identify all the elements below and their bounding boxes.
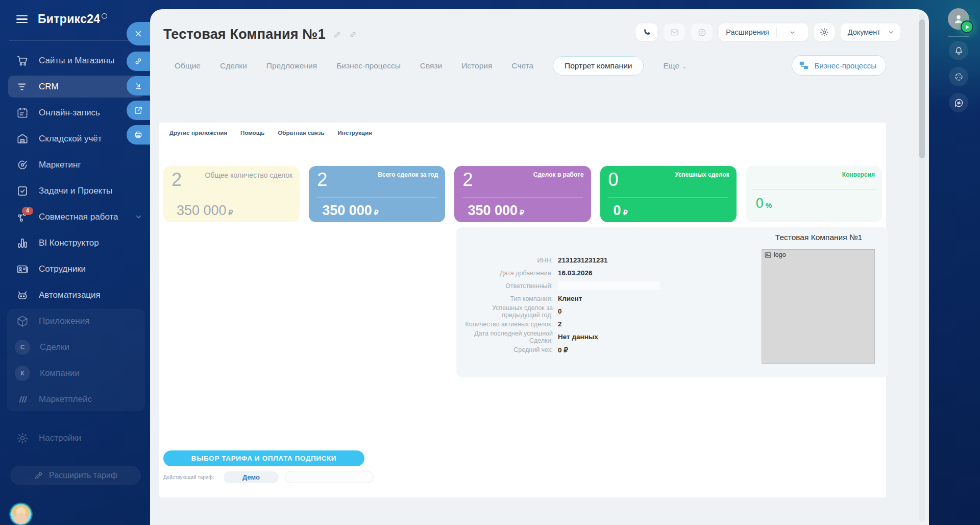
company-details-panel: Тестовая Компания №1 logo ИНН:2131231231… [456, 227, 888, 377]
hamburger-menu-icon[interactable] [16, 15, 28, 23]
chevron-down-icon [135, 213, 142, 220]
call-button[interactable] [636, 23, 657, 41]
copy-link-button[interactable] [127, 52, 150, 71]
play-badge-icon[interactable] [961, 20, 973, 33]
link-other-apps[interactable]: Другие приложения [169, 130, 227, 136]
robot-icon [16, 289, 29, 302]
scrollbar-thumb[interactable] [919, 19, 925, 158]
print-button[interactable] [127, 125, 150, 145]
business-process-icon [798, 60, 810, 71]
right-rail [929, 0, 980, 525]
detail-row: Средний чек:0 ₽ [459, 343, 660, 356]
document-dropdown[interactable]: Документ [841, 23, 900, 41]
tab-history[interactable]: История [461, 61, 492, 70]
warehouse-icon [16, 132, 29, 146]
stat-cards: 2 Общее количество сделок 350 000₽ 2 Все… [163, 166, 882, 222]
detail-row: Дата добавления:16.03.2026 [459, 267, 660, 279]
phone-icon [642, 28, 652, 37]
company-portrait-panel: Другие приложения Помощь Обратная связь … [159, 123, 886, 497]
printer-icon [134, 130, 143, 139]
notifications-button[interactable] [949, 41, 968, 60]
close-icon [134, 29, 143, 38]
open-chat-button[interactable] [691, 23, 713, 41]
sidebar-item-employees[interactable]: Сотрудники [0, 256, 150, 282]
logo-alt-text: logo [774, 251, 786, 258]
responsible-empty-field [558, 281, 660, 290]
sidebar-item-marketplace[interactable]: Маркетплейс [0, 386, 150, 412]
stat-card-deals-year: 2 Всего сделок за год 350 000₽ [309, 166, 445, 222]
external-link-icon [134, 106, 143, 115]
copilot-button[interactable] [949, 67, 968, 86]
deals-letter-icon: С [15, 340, 30, 355]
slider-card: Тестовая Компания №1 Расширения Документ… [150, 9, 929, 525]
tab-more[interactable]: Еще⌄ [663, 61, 687, 70]
tab-quotes[interactable]: Предложения [266, 61, 317, 70]
sidebar-item-bi[interactable]: BI Конструктор [0, 230, 150, 256]
email-button[interactable] [664, 23, 685, 41]
rail-divider [948, 36, 969, 37]
entity-tabs: Общие Сделки Предложения Бизнес-процессы… [175, 56, 687, 76]
open-new-window-button[interactable] [127, 101, 150, 120]
edit-pencil-icon[interactable] [333, 30, 341, 39]
envelope-icon [670, 28, 679, 37]
detail-row: Количество активных сделок:2 [459, 318, 660, 330]
slider-side-buttons [127, 22, 150, 145]
tab-general[interactable]: Общие [175, 61, 201, 70]
tab-company-portrait[interactable]: Портрет компании [553, 56, 644, 76]
stat-card-won-deals: 0 Успешных сделок 0₽ [600, 166, 737, 222]
chat-arrows-icon [697, 28, 707, 37]
close-button[interactable] [127, 22, 150, 45]
link-help[interactable]: Помощь [240, 130, 264, 136]
bi-chart-icon [16, 236, 29, 250]
choose-tariff-button[interactable]: ВЫБОР ТАРИФА И ОПЛАТА ПОДПИСКИ [163, 450, 364, 466]
sidebar-item-companies[interactable]: К Компании [0, 360, 150, 386]
link-manual[interactable]: Инструкция [338, 130, 372, 136]
tab-deals[interactable]: Сделки [220, 61, 247, 70]
company-logo-placeholder: logo [762, 249, 875, 364]
stat-card-deals-in-progress: 2 Сделок в работе 350 000₽ [454, 166, 591, 222]
link-feedback[interactable]: Обратная связь [278, 130, 324, 136]
settings-button[interactable] [814, 23, 835, 41]
tab-relations[interactable]: Связи [420, 61, 442, 70]
app-logo: Битрикс24 [38, 12, 107, 26]
detail-row: Успешных сделок за предыдущий год:0 [459, 305, 660, 318]
minimize-button[interactable] [127, 76, 150, 96]
business-processes-button[interactable]: Бизнес-процессы [792, 55, 886, 76]
company-name: Тестовая Компания №1 [742, 233, 895, 242]
settings-gear-icon [16, 432, 29, 445]
detail-row: Дата последней успешной Сделки:Нет данны… [459, 330, 660, 343]
header-toolbar: Расширения Документ [636, 23, 900, 41]
sidebar-item-automation[interactable]: Автоматизация [0, 282, 150, 308]
tab-business-processes[interactable]: Бизнес-процессы [336, 61, 401, 70]
sidebar-divider [9, 40, 142, 41]
crm-funnel-icon [16, 80, 29, 93]
sidebar-item-apps[interactable]: Приложения [0, 308, 150, 334]
companies-letter-icon: К [15, 366, 30, 381]
extensions-dropdown[interactable]: Расширения [719, 23, 807, 41]
sidebar-item-tasks[interactable]: Задачи и Проекты [0, 178, 150, 204]
stat-card-total-deals: 2 Общее количество сделок 350 000₽ [163, 166, 300, 222]
link-icon[interactable] [349, 30, 357, 39]
copilot-icon [953, 71, 964, 82]
sidebar-item-settings[interactable]: Настройки [0, 425, 150, 451]
chevron-down-icon [888, 29, 900, 36]
bell-icon [953, 45, 964, 56]
chevron-down-icon [777, 29, 808, 36]
marketing-icon [16, 158, 29, 172]
app-links: Другие приложения Помощь Обратная связь … [169, 130, 372, 136]
apps-box-icon [16, 315, 29, 328]
tariff-plan-badge[interactable]: Демо [224, 471, 279, 483]
chevron-down-icon: ⌄ [682, 63, 687, 69]
sidebar-item-marketing[interactable]: Маркетинг [0, 152, 150, 178]
user-avatar[interactable] [10, 504, 32, 525]
arrow-down-right-icon [134, 81, 143, 90]
upgrade-tariff-button[interactable]: Расширить тариф [10, 466, 141, 485]
sidebar-item-deals[interactable]: С Сделки [0, 334, 150, 360]
calendar-icon [16, 106, 29, 120]
messenger-button[interactable] [949, 93, 968, 112]
detail-row: ИНН:2131231231231 [459, 254, 660, 267]
sidebar-item-collaboration[interactable]: 4 Совместная работа [0, 204, 150, 230]
tariff-empty-field [285, 471, 374, 483]
tab-invoices[interactable]: Счета [511, 61, 533, 70]
logo-clock-icon [102, 13, 107, 19]
